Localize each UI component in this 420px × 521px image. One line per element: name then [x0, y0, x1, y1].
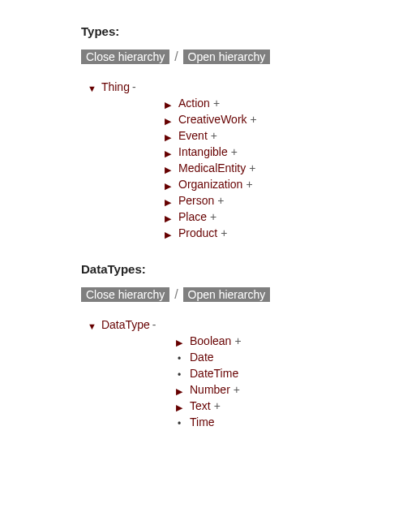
- expand-suffix: +: [249, 161, 255, 174]
- expand-icon[interactable]: ▶: [162, 132, 174, 143]
- tree-root-thing: ▼ Thing -: [88, 80, 420, 93]
- type-medicalentity-link[interactable]: MedicalEntity: [178, 161, 246, 174]
- datatypes-heading: DataTypes:: [81, 262, 420, 276]
- type-event-link[interactable]: Event: [178, 129, 208, 142]
- tree-root-datatype: ▼ DataType -: [88, 318, 420, 331]
- type-place-link[interactable]: Place: [178, 210, 207, 223]
- close-hierarchy-button[interactable]: Close hierarchy: [81, 50, 169, 64]
- expand-suffix: +: [213, 97, 220, 110]
- expand-icon[interactable]: ▶: [162, 149, 174, 159]
- datatype-datetime-link[interactable]: DateTime: [190, 367, 238, 380]
- datatype-link[interactable]: DataType: [101, 318, 150, 331]
- expand-suffix: +: [234, 383, 240, 396]
- type-intangible-link[interactable]: Intangible: [178, 145, 228, 158]
- datatype-time-link[interactable]: Time: [190, 416, 215, 428]
- type-organization-link[interactable]: Organization: [178, 178, 242, 191]
- root-suffix: -: [152, 318, 156, 331]
- expand-icon[interactable]: ▶: [162, 116, 174, 127]
- hierarchy-separator: /: [173, 287, 179, 302]
- tree-item: ▶Boolean+: [174, 334, 420, 347]
- type-person-link[interactable]: Person: [178, 194, 214, 207]
- root-suffix: -: [132, 80, 136, 93]
- tree-item: ▶Person+: [162, 194, 420, 207]
- expand-icon[interactable]: ▶: [162, 230, 174, 240]
- datatypes-tree: ▼ DataType - ▶Boolean+•Date•DateTime▶Num…: [88, 318, 420, 428]
- open-hierarchy-button[interactable]: Open hierarchy: [183, 50, 271, 64]
- datatypes-hierarchy-controls: Close hierarchy / Open hierarchy: [81, 287, 420, 302]
- expand-suffix: +: [214, 399, 221, 412]
- tree-item: ▶Place+: [162, 210, 420, 223]
- hierarchy-separator: /: [173, 50, 179, 64]
- expand-suffix: +: [217, 194, 224, 207]
- tree-item: ▶Number+: [174, 383, 420, 396]
- type-creativework-link[interactable]: CreativeWork: [178, 113, 247, 126]
- tree-item: ▶Text+: [174, 399, 420, 412]
- expand-suffix: +: [251, 113, 257, 126]
- datatype-number-link[interactable]: Number: [190, 383, 230, 396]
- expand-icon[interactable]: ▶: [162, 165, 174, 175]
- expand-icon[interactable]: ▶: [162, 100, 174, 110]
- datatype-date-link[interactable]: Date: [190, 351, 214, 364]
- expand-suffix: +: [234, 334, 241, 347]
- expand-suffix: +: [221, 226, 227, 239]
- leaf-bullet-icon: •: [174, 369, 185, 381]
- leaf-bullet-icon: •: [174, 353, 185, 364]
- types-hierarchy-controls: Close hierarchy / Open hierarchy: [81, 50, 420, 64]
- collapse-icon[interactable]: ▼: [88, 321, 96, 331]
- tree-item: ▶CreativeWork+: [162, 113, 420, 126]
- expand-icon[interactable]: ▶: [174, 338, 185, 348]
- tree-item: •Date: [174, 351, 420, 364]
- tree-item: ▶MedicalEntity+: [162, 161, 420, 174]
- expand-suffix: +: [231, 145, 238, 158]
- expand-suffix: +: [210, 210, 216, 223]
- open-hierarchy-button[interactable]: Open hierarchy: [183, 287, 271, 302]
- expand-icon[interactable]: ▶: [162, 197, 174, 208]
- tree-item: ▶Event+: [162, 129, 420, 142]
- thing-link[interactable]: Thing: [101, 80, 130, 93]
- expand-icon[interactable]: ▶: [162, 181, 174, 192]
- tree-item: ▶Intangible+: [162, 145, 420, 158]
- datatype-boolean-link[interactable]: Boolean: [190, 334, 231, 347]
- tree-item: •Time: [174, 416, 420, 428]
- expand-icon[interactable]: ▶: [162, 213, 174, 224]
- tree-item: •DateTime: [174, 367, 420, 380]
- close-hierarchy-button[interactable]: Close hierarchy: [81, 287, 169, 302]
- tree-item: ▶Action+: [162, 97, 420, 110]
- types-heading: Types:: [81, 24, 420, 38]
- expand-suffix: +: [246, 178, 252, 191]
- tree-item: ▶Product+: [162, 226, 420, 239]
- collapse-icon[interactable]: ▼: [88, 84, 96, 93]
- expand-icon[interactable]: ▶: [174, 403, 185, 413]
- type-product-link[interactable]: Product: [178, 226, 217, 239]
- tree-item: ▶Organization+: [162, 178, 420, 191]
- type-action-link[interactable]: Action: [178, 97, 210, 110]
- datatype-text-link[interactable]: Text: [190, 399, 211, 412]
- leaf-bullet-icon: •: [174, 418, 185, 429]
- expand-suffix: +: [211, 129, 217, 142]
- types-tree: ▼ Thing - ▶Action+▶CreativeWork+▶Event+▶…: [88, 80, 420, 239]
- expand-icon[interactable]: ▶: [174, 386, 185, 397]
